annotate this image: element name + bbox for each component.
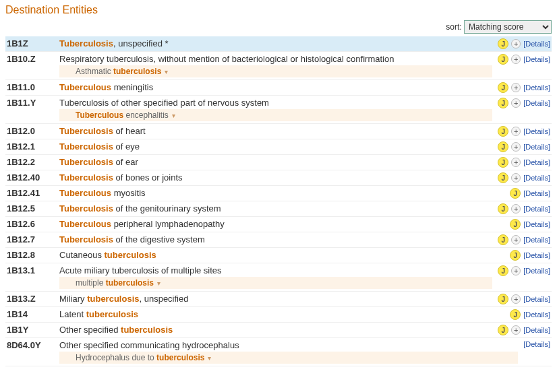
plus-icon[interactable]: + [511, 173, 521, 183]
row-actions: J+Details [492, 172, 550, 183]
sort-select[interactable]: Matching score [464, 20, 552, 34]
entity-description: Respiratory tuberculosis, without mentio… [59, 54, 492, 77]
details-link[interactable]: Details [523, 174, 550, 182]
details-link[interactable]: Details [523, 189, 550, 197]
plus-icon[interactable]: + [511, 266, 521, 275]
j-badge[interactable]: J [498, 172, 508, 183]
entity-description: Miliary tuberculosis, unspecified [59, 294, 492, 304]
details-link[interactable]: Details [523, 220, 550, 228]
entity-description: Other specified communicating hydrocepha… [59, 340, 518, 364]
result-row[interactable]: 1B1YOther specified tuberculosisJ+Detail… [5, 323, 552, 338]
details-link[interactable]: Details [523, 143, 550, 151]
plus-icon[interactable]: + [511, 39, 521, 48]
row-actions: J+Details [492, 325, 550, 335]
row-actions: JDetails [504, 188, 550, 199]
j-badge[interactable]: J [498, 98, 508, 108]
details-link[interactable]: Details [523, 326, 550, 334]
plus-icon[interactable]: + [511, 98, 521, 108]
j-badge[interactable]: J [498, 157, 508, 168]
result-row[interactable]: 1B14Latent tuberculosisJDetails [5, 307, 552, 323]
result-row[interactable]: 1B12.0Tuberculosis of heartJ+Details [5, 124, 552, 139]
j-badge[interactable]: J [510, 188, 521, 199]
plus-icon[interactable]: + [511, 142, 521, 152]
result-row[interactable]: 1B13.ZMiliary tuberculosis, unspecifiedJ… [5, 292, 552, 307]
result-row[interactable]: 1B1ZTuberculosis, unspecified *J+Details [5, 36, 552, 52]
matching-term[interactable]: Tuberculous encephalitis ▾ [59, 109, 492, 121]
entity-code: 1B13.Z [7, 294, 59, 304]
j-badge[interactable]: J [510, 219, 521, 230]
result-row[interactable]: 1B10.ZRespiratory tuberculosis, without … [5, 52, 552, 80]
entity-description: Latent tuberculosis [59, 309, 504, 319]
result-row[interactable]: 1B12.8Cutaneous tuberculosisJDetails [5, 248, 552, 263]
entity-code: 1B13.1 [7, 265, 59, 275]
entity-code: 1B1Z [7, 38, 59, 48]
row-actions: J+Details [492, 157, 550, 168]
j-badge[interactable]: J [498, 203, 508, 214]
plus-icon[interactable]: + [511, 294, 521, 304]
details-link[interactable]: Details [523, 55, 550, 63]
details-link[interactable]: Details [523, 311, 550, 319]
entity-code: 1B14 [7, 309, 59, 319]
details-link[interactable]: Details [523, 340, 550, 348]
matching-term[interactable]: Hydrocephalus due to tuberculosis ▾ [59, 352, 518, 364]
result-row[interactable]: 1B12.6Tuberculous peripheral lymphadenop… [5, 217, 552, 232]
j-badge[interactable]: J [498, 126, 508, 137]
row-actions: J+Details [492, 54, 550, 65]
entity-code: 1B1Y [7, 325, 59, 335]
result-row[interactable]: 1B12.7Tuberculosis of the digestive syst… [5, 232, 552, 248]
details-link[interactable]: Details [523, 251, 550, 259]
plus-icon[interactable]: + [511, 127, 521, 136]
entity-description: Cutaneous tuberculosis [59, 250, 504, 260]
matching-term[interactable]: multiple tuberculosis ▾ [59, 277, 492, 289]
j-badge[interactable]: J [498, 141, 508, 152]
chevron-down-icon[interactable]: ▾ [206, 354, 211, 362]
plus-icon[interactable]: + [511, 55, 521, 64]
entity-code: 1B12.0 [7, 126, 59, 136]
sort-label: sort: [446, 22, 461, 32]
j-badge[interactable]: J [498, 294, 508, 304]
entity-description: Tuberculosis of the digestive system [59, 234, 492, 244]
sort-bar: sort: Matching score [5, 20, 552, 34]
entity-code: 1B11.Y [7, 98, 59, 108]
chevron-down-icon[interactable]: ▾ [163, 68, 168, 75]
plus-icon[interactable]: + [511, 325, 521, 335]
j-badge[interactable]: J [498, 234, 508, 245]
result-row[interactable]: 8D64.0YOther specified communicating hyd… [5, 338, 552, 366]
entity-code: 1B11.0 [7, 82, 59, 92]
row-actions: Details [518, 340, 550, 348]
result-row[interactable]: 1B12.1Tuberculosis of eyeJ+Details [5, 139, 552, 155]
details-link[interactable]: Details [523, 295, 550, 303]
result-row[interactable]: 1B13.1Acute miliary tuberculosis of mult… [5, 263, 552, 292]
matching-term[interactable]: Asthmatic tuberculosis ▾ [59, 65, 492, 77]
chevron-down-icon[interactable]: ▾ [170, 112, 175, 119]
entity-description: Tuberculosis of the genitourinary system [59, 203, 492, 214]
details-link[interactable]: Details [523, 127, 550, 135]
plus-icon[interactable]: + [511, 204, 521, 214]
details-link[interactable]: Details [523, 236, 550, 244]
details-link[interactable]: Details [523, 158, 550, 166]
chevron-down-icon[interactable]: ▾ [155, 280, 160, 287]
entity-description: Tuberculosis of ear [59, 157, 492, 167]
plus-icon[interactable]: + [511, 158, 521, 167]
result-row[interactable]: 1B12.40Tuberculosis of bones or jointsJ+… [5, 170, 552, 186]
details-link[interactable]: Details [523, 84, 550, 92]
result-row[interactable]: 1B12.2Tuberculosis of earJ+Details [5, 155, 552, 170]
details-link[interactable]: Details [523, 99, 550, 107]
result-row[interactable]: 1B12.41Tuberculous myositisJDetails [5, 186, 552, 201]
entity-description: Tuberculosis of heart [59, 126, 492, 136]
details-link[interactable]: Details [523, 40, 550, 48]
plus-icon[interactable]: + [511, 83, 521, 92]
j-badge[interactable]: J [498, 54, 508, 65]
result-row[interactable]: 1B12.5Tuberculosis of the genitourinary … [5, 201, 552, 217]
j-badge[interactable]: J [498, 82, 508, 93]
result-row[interactable]: 1B11.YTuberculosis of other specified pa… [5, 96, 552, 124]
details-link[interactable]: Details [523, 205, 550, 213]
j-badge[interactable]: J [510, 250, 521, 261]
j-badge[interactable]: J [498, 325, 508, 335]
details-link[interactable]: Details [523, 267, 550, 275]
j-badge[interactable]: J [510, 309, 521, 320]
j-badge[interactable]: J [498, 38, 508, 49]
j-badge[interactable]: J [498, 265, 508, 276]
result-row[interactable]: 1B11.0Tuberculous meningitisJ+Details [5, 80, 552, 96]
plus-icon[interactable]: + [511, 235, 521, 244]
